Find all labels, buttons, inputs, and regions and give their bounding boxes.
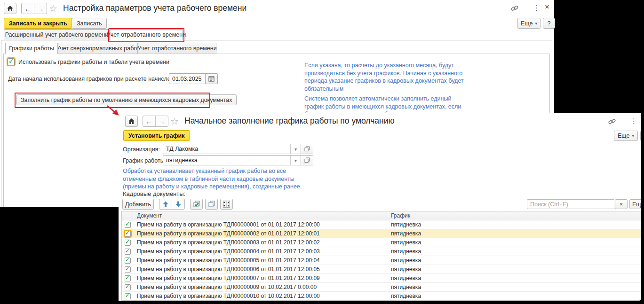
- move-buttons-group: [159, 199, 185, 210]
- organization-dropdown-icon[interactable]: ▾: [290, 144, 301, 154]
- set-schedule-button[interactable]: Установить график: [123, 130, 190, 141]
- table-row[interactable]: ✓ Прием на работу в организацию ТДЛ00000…: [122, 292, 641, 301]
- table-body: ✓ Прием на работу в организацию ТДЛ00000…: [122, 220, 641, 301]
- document-cell: Прием на работу в организацию ТДЛ0000000…: [133, 266, 387, 273]
- dialog-more-button[interactable]: Еще ▾: [614, 131, 638, 141]
- documents-section-label: Кадровые документы:: [123, 190, 185, 197]
- header-checkbox-column: [122, 211, 133, 220]
- row-checkbox[interactable]: ✓: [125, 284, 131, 290]
- checkbox-check-icon: ✓: [125, 265, 130, 272]
- date-hint-text: Если указана, то расчеты до указанного м…: [304, 62, 465, 93]
- organization-label: Организация:: [123, 146, 160, 153]
- row-checkbox[interactable]: ✓: [125, 240, 131, 246]
- checkbox-check-icon: ✓: [125, 220, 130, 227]
- calendar-button[interactable]: [205, 74, 217, 84]
- schedule-open-button[interactable]: [301, 156, 313, 165]
- dialog-favorite-star-icon[interactable]: ☆: [170, 117, 179, 126]
- subtab-overtime[interactable]: Учет сверхнормативных работ: [58, 43, 138, 54]
- row-checkbox[interactable]: ✓: [125, 275, 131, 281]
- check-all-button[interactable]: [190, 199, 203, 210]
- header-document[interactable]: Документ: [133, 211, 387, 220]
- table-row[interactable]: ✓ Прием на работу в организацию ТДЛ00000…: [122, 229, 641, 238]
- checkbox-check-icon: ✓: [125, 229, 130, 236]
- fill-default-schedule-button[interactable]: Заполнить график работы по умолчанию в и…: [16, 94, 237, 105]
- search-clear-button[interactable]: ×: [615, 199, 628, 209]
- use-schedules-label: Использовать графики работы и табели уче…: [18, 59, 169, 65]
- row-checkbox[interactable]: ✓: [125, 249, 131, 255]
- back-button[interactable]: ←: [22, 3, 34, 14]
- more-button-label: Еще: [521, 20, 533, 27]
- document-cell: Прием на работу в организацию ТДЛ0000000…: [133, 230, 387, 237]
- schedule-cell: пятидневка: [387, 266, 641, 273]
- schedule-cell: пятидневка: [387, 221, 641, 228]
- schedule-dropdown-icon[interactable]: ▾: [290, 156, 301, 165]
- table-row[interactable]: ✓ Прием на работу в организацию ТДЛ00000…: [122, 283, 641, 292]
- save-close-button[interactable]: Записать и закрыть: [4, 18, 72, 29]
- dialog-help-button-clipped[interactable]: ?: [640, 131, 641, 141]
- row-checkbox[interactable]: ✓: [125, 257, 131, 264]
- open-list-icon: [304, 157, 310, 163]
- uncheck-all-icon: [208, 201, 215, 208]
- organization-input[interactable]: ТД Лакомка: [163, 144, 290, 154]
- table-row[interactable]: ✓ Прием на работу в организацию ТДЛ00000…: [122, 256, 641, 265]
- table-row[interactable]: ✓ Прием на работу в организацию ТДЛ00000…: [122, 220, 641, 229]
- dialog-window: ← → ☆ Начальное заполнение графика работ…: [119, 113, 641, 301]
- table-row[interactable]: ✓ Прием на работу в организацию ТДЛ00000…: [122, 274, 641, 283]
- get-link-icon[interactable]: [510, 4, 519, 12]
- close-icon[interactable]: ×: [545, 2, 549, 12]
- search-input[interactable]: [527, 199, 614, 209]
- dialog-forward-button[interactable]: →: [155, 116, 168, 126]
- move-up-button[interactable]: [159, 199, 172, 209]
- tab-worked-time[interactable]: Учет отработанного времени: [110, 29, 183, 40]
- dialog-get-link-icon[interactable]: [608, 117, 616, 125]
- move-down-button[interactable]: [172, 199, 184, 209]
- date-field-group: 01.03.2025: [169, 73, 218, 84]
- open-list-icon: [304, 146, 310, 152]
- dialog-home-button[interactable]: [125, 116, 138, 127]
- forward-button[interactable]: →: [34, 3, 47, 14]
- subtab-worked-time[interactable]: Учет отработанного времени: [138, 43, 216, 54]
- arrow-up-icon: [163, 201, 168, 207]
- organization-open-button[interactable]: [301, 144, 313, 154]
- schedule-cell: пятидневка: [387, 239, 641, 246]
- table-header: Документ График: [122, 211, 641, 220]
- schedule-cell: пятидневка: [387, 275, 641, 281]
- tab-extended-time-tracking[interactable]: Расширенный учет рабочего времени: [4, 29, 110, 40]
- table-row[interactable]: ✓ Прием на работу в организацию ТДЛ00000…: [122, 265, 641, 274]
- header-schedule[interactable]: График: [387, 211, 641, 220]
- home-button[interactable]: [4, 3, 16, 14]
- document-cell: Прием на работу в организацию ТДЛ0000001…: [133, 293, 387, 299]
- schedule-cell: пятидневка: [387, 230, 641, 237]
- dialog-back-button[interactable]: ←: [143, 116, 155, 126]
- checkbox-check-icon: ✓: [125, 256, 130, 263]
- schedule-input[interactable]: пятидневка: [163, 156, 290, 165]
- chevron-down-icon: ▾: [535, 21, 537, 26]
- schedule-field-group: пятидневка ▾: [163, 155, 313, 165]
- document-cell: Прием на работу в организацию ТДЛ0000000…: [133, 257, 387, 264]
- window-menu-icon[interactable]: ⋮: [533, 4, 540, 12]
- documents-more-button[interactable]: Еще: [629, 199, 641, 209]
- table-row[interactable]: ✓ Прием на работу в организацию ТДЛ00000…: [122, 238, 641, 247]
- table-row[interactable]: ✓ Прием на работу в организацию ТДЛ00000…: [122, 247, 641, 256]
- checkbox-check-icon: ✓: [8, 57, 14, 65]
- schedule-cell: пятидневка: [387, 293, 641, 299]
- use-schedules-checkbox[interactable]: ✓: [8, 58, 15, 65]
- row-checkbox[interactable]: ✓: [125, 231, 131, 237]
- dialog-window-menu-icon[interactable]: ⋮: [630, 117, 637, 125]
- date-input[interactable]: 01.03.2025: [169, 74, 205, 84]
- row-checkbox[interactable]: ✓: [125, 266, 131, 273]
- schedule-cell: пятидневка: [387, 248, 641, 255]
- row-checkbox[interactable]: ✓: [125, 293, 131, 299]
- subtab-work-schedules-active[interactable]: Графики работы: [5, 43, 58, 54]
- calendar-icon: [208, 76, 215, 82]
- favorite-star-icon[interactable]: ☆: [49, 4, 57, 13]
- checkbox-check-icon: ✓: [125, 238, 130, 245]
- schedule-cell: пятидневка: [387, 257, 641, 264]
- row-checkbox[interactable]: ✓: [125, 222, 131, 228]
- add-button[interactable]: Добавить: [122, 199, 154, 210]
- invert-check-button[interactable]: [220, 199, 233, 210]
- more-button[interactable]: Еще ▾: [517, 18, 541, 29]
- save-button[interactable]: Записать: [72, 18, 107, 29]
- uncheck-all-button[interactable]: [205, 199, 218, 210]
- help-button[interactable]: ?: [543, 18, 555, 29]
